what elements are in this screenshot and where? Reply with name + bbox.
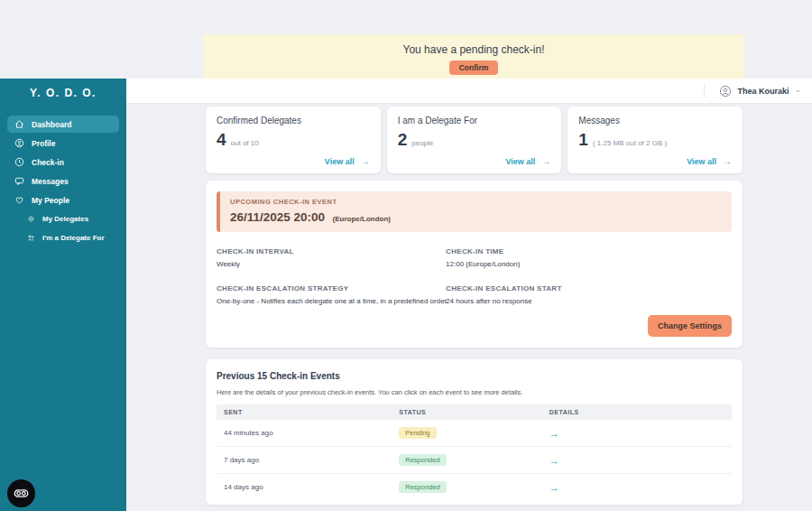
- sent-cell: 14 days ago: [224, 483, 399, 491]
- upcoming-event-box: UPCOMING CHECK-IN EVENT 26/11/2025 20:00…: [217, 191, 732, 232]
- card-value: 1: [578, 130, 588, 150]
- field-interval: CHECK-IN INTERVAL Weekly: [217, 247, 446, 268]
- banner-message: You have a pending check-in!: [203, 34, 744, 56]
- view-all-label: View all: [505, 157, 535, 166]
- status-badge: Responded: [399, 454, 446, 466]
- messages-icon: [14, 176, 24, 186]
- checkin-settings-panel: UPCOMING CHECK-IN EVENT 26/11/2025 20:00…: [206, 181, 743, 348]
- card-unit: people: [411, 139, 433, 147]
- card-value: 2: [398, 130, 408, 150]
- clock-icon: [14, 157, 24, 167]
- table-row[interactable]: 14 days ago Responded →: [217, 474, 732, 500]
- card-messages: Messages 1 ( 1.25 MB out of 2 GB ) View …: [567, 107, 743, 173]
- field-label: CHECK-IN TIME: [446, 247, 732, 256]
- sidebar-item-label: My People: [32, 196, 69, 205]
- row-details-arrow[interactable]: →: [549, 455, 724, 466]
- previous-events-panel: Previous 15 Check-in Events Here are the…: [206, 359, 743, 505]
- sidebar-item-checkin[interactable]: Check-in: [7, 153, 119, 171]
- table-row[interactable]: 44 minutes ago Pending →: [217, 420, 732, 447]
- change-settings-button[interactable]: Change Settings: [648, 315, 732, 337]
- sidebar-item-label: Profile: [32, 139, 55, 148]
- events-subtitle: Here are the details of your previous ch…: [217, 388, 732, 396]
- sidebar-item-profile[interactable]: Profile: [7, 135, 119, 152]
- user-name: Thea Kouraki: [737, 87, 789, 96]
- heart-icon: [14, 195, 24, 205]
- sidebar-item-messages[interactable]: Messages: [7, 172, 119, 190]
- header-divider: [704, 85, 705, 98]
- sidebar-item-dashboard[interactable]: Dashboard: [7, 116, 119, 133]
- sidebar-item-label: I'm a Delegate For: [42, 234, 105, 242]
- confirm-button[interactable]: Confirm: [449, 60, 499, 75]
- floating-widget-button[interactable]: [7, 479, 35, 507]
- table-header-row: SENT STATUS DETAILS: [217, 404, 732, 420]
- view-all-link[interactable]: View all →: [687, 156, 732, 166]
- card-confirmed-delegates: Confirmed Delegates 4 out of 10 View all…: [206, 107, 381, 173]
- field-value: One-by-one - Notifies each delegate one …: [217, 297, 446, 305]
- card-value: 4: [217, 130, 226, 150]
- user-menu[interactable]: Thea Kouraki ⌄: [704, 79, 801, 103]
- upcoming-event-label: UPCOMING CHECK-IN EVENT: [230, 198, 722, 206]
- field-value: 24 hours after no response: [446, 297, 732, 305]
- arrow-right-icon: →: [361, 156, 370, 166]
- arrow-right-icon: →: [723, 156, 732, 166]
- view-all-label: View all: [325, 157, 355, 166]
- field-time: CHECK-IN TIME 12:00 (Europe/London): [446, 247, 732, 268]
- view-all-label: View all: [687, 157, 716, 166]
- sidebar-item-label: Messages: [32, 177, 69, 186]
- card-unit: ( 1.25 MB out of 2 GB ): [593, 139, 667, 147]
- user-avatar-icon: [719, 85, 732, 98]
- status-badge: Responded: [399, 481, 446, 493]
- card-title: I am a Delegate For: [398, 116, 551, 125]
- status-badge: Pending: [399, 427, 437, 439]
- sidebar-item-label: My Delegates: [42, 215, 88, 223]
- sidebar-item-my-people[interactable]: My People: [7, 191, 119, 209]
- card-delegate-for: I am a Delegate For 2 people View all →: [387, 107, 562, 173]
- events-table: SENT STATUS DETAILS 44 minutes ago Pendi…: [217, 404, 732, 500]
- sent-cell: 7 days ago: [224, 456, 399, 464]
- home-icon: [14, 119, 24, 129]
- column-header-status: STATUS: [399, 409, 549, 415]
- field-value: Weekly: [217, 260, 446, 268]
- header-bar: Thea Kouraki ⌄: [126, 79, 812, 104]
- chevron-down-icon: ⌄: [794, 86, 801, 94]
- row-details-arrow[interactable]: →: [549, 482, 724, 493]
- pending-checkin-banner: You have a pending check-in! Confirm: [203, 34, 744, 81]
- card-unit: out of 10: [231, 139, 259, 147]
- upcoming-event-timezone: (Europe/London): [333, 215, 391, 223]
- row-details-arrow[interactable]: →: [549, 428, 724, 439]
- sidebar-item-label: Dashboard: [32, 120, 71, 129]
- field-label: CHECK-IN ESCALATION START: [446, 284, 732, 293]
- field-label: CHECK-IN INTERVAL: [217, 247, 446, 256]
- stats-cards-row: Confirmed Delegates 4 out of 10 View all…: [206, 107, 743, 173]
- column-header-details: DETAILS: [549, 409, 724, 415]
- table-row[interactable]: 7 days ago Responded →: [217, 447, 732, 474]
- infinity-capsule-icon: [14, 486, 29, 501]
- field-label: CHECK-IN ESCALATION STRATEGY: [217, 284, 446, 293]
- upcoming-event-date: 26/11/2025 20:00: [230, 210, 325, 224]
- field-escalation-start: CHECK-IN ESCALATION START 24 hours after…: [446, 284, 732, 305]
- sidebar-item-delegate-for[interactable]: I'm a Delegate For: [7, 229, 119, 246]
- profile-icon: [14, 138, 24, 148]
- app-logo: Y. O. D. O.: [0, 79, 126, 99]
- arrow-right-icon: →: [541, 156, 550, 166]
- sidebar-item-my-delegates[interactable]: My Delegates: [7, 210, 119, 228]
- view-all-link[interactable]: View all →: [505, 156, 550, 166]
- delegates-icon: [27, 215, 35, 223]
- card-title: Confirmed Delegates: [217, 116, 370, 125]
- view-all-link[interactable]: View all →: [325, 156, 370, 166]
- card-title: Messages: [578, 116, 732, 125]
- events-title: Previous 15 Check-in Events: [217, 371, 732, 381]
- sent-cell: 44 minutes ago: [224, 429, 399, 437]
- delegate-for-icon: [27, 234, 35, 242]
- field-value: 12:00 (Europe/London): [446, 260, 732, 268]
- sidebar: Y. O. D. O. Dashboard Profile Check-in: [0, 79, 126, 511]
- sidebar-nav: Dashboard Profile Check-in Messages: [0, 116, 126, 246]
- sidebar-item-label: Check-in: [32, 158, 64, 167]
- column-header-sent: SENT: [224, 409, 399, 415]
- field-escalation-strategy: CHECK-IN ESCALATION STRATEGY One-by-one …: [217, 284, 446, 305]
- settings-fields: CHECK-IN INTERVAL Weekly CHECK-IN TIME 1…: [217, 247, 732, 305]
